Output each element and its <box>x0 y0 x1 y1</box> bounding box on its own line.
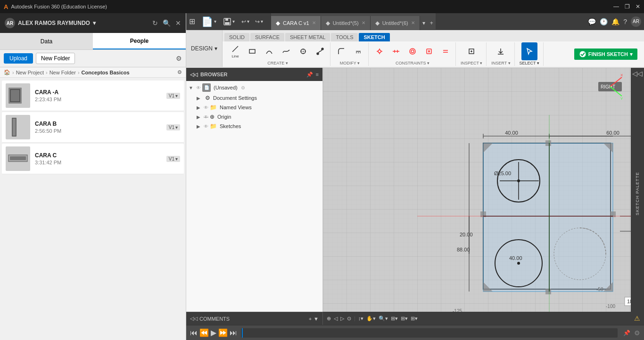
comments-expand-icon[interactable]: ▼ <box>314 316 319 322</box>
file-menu-button[interactable]: 📄▾ <box>199 15 219 29</box>
save-button[interactable]: ▾ <box>221 16 237 27</box>
zoom-icon[interactable]: 🔍▾ <box>379 316 388 322</box>
user-avatar-small[interactable]: AR <box>631 16 641 27</box>
file-item-cara-b[interactable]: CARA B 2:56:50 PM V1▾ <box>2 112 184 143</box>
history-icon[interactable]: 🕐 <box>600 18 608 25</box>
offset-tool[interactable] <box>350 42 366 60</box>
tree-origin[interactable]: ▶ 👁 ⊕ Origin <box>186 112 322 121</box>
breadcrumb-project[interactable]: New Project <box>16 70 44 75</box>
comments-collapse-icon[interactable]: ◁◁ <box>190 316 198 322</box>
settings-icon[interactable]: ⚙ <box>176 55 182 62</box>
trim-tool[interactable] <box>312 42 328 60</box>
tab-surface[interactable]: SURFACE <box>250 33 284 41</box>
nav-camera-icon[interactable]: ⊙ <box>347 316 351 322</box>
zoom-fit-icon[interactable]: ⊞▾ <box>391 316 398 322</box>
playback-last-icon[interactable]: ⏭ <box>230 329 237 337</box>
help-icon[interactable]: ? <box>623 18 627 25</box>
pan-icon[interactable]: ✋▾ <box>366 316 376 322</box>
concentric-tool[interactable] <box>405 42 421 60</box>
eye-sketches[interactable]: 👁 <box>204 124 208 129</box>
collapse-palette-icon[interactable]: ◁◁ <box>632 70 643 77</box>
playback-first-icon[interactable]: ⏮ <box>190 329 198 337</box>
comment-icon[interactable]: 💬 <box>588 18 596 25</box>
collinear-tool[interactable] <box>388 42 404 60</box>
data-people-tabs[interactable]: Data People <box>0 33 186 50</box>
project-tool[interactable] <box>295 42 311 60</box>
select-tool[interactable] <box>521 42 537 60</box>
canvas-area[interactable]: 40.00 60.00 50 33.00 30. <box>323 68 644 312</box>
inspect-tool[interactable] <box>463 42 479 60</box>
minimize-button[interactable]: — <box>613 3 619 10</box>
new-folder-button[interactable]: New Folder <box>36 53 75 64</box>
file-item-cara-c[interactable]: CARA C 3:31:42 PM V1▾ <box>2 144 184 174</box>
tab-cara-c-v1[interactable]: ◆ CARA C v1 ✕ <box>271 16 321 30</box>
equal-tool[interactable] <box>438 42 454 60</box>
tab-untitled-5[interactable]: ◆ Untitled*(5) ✕ <box>321 16 371 30</box>
tab-tools[interactable]: TOOLS <box>331 33 358 41</box>
axis-widget[interactable]: RIGHT X Y <box>596 73 624 101</box>
move-icon[interactable]: ↕▾ <box>358 316 364 322</box>
chevron-icon[interactable]: ▾ <box>93 20 96 26</box>
tab-close-untitled5[interactable]: ✕ <box>362 20 365 25</box>
more-tabs-button[interactable]: ▾ <box>420 16 428 30</box>
titlebar-controls[interactable]: — ❐ ✕ <box>613 3 640 10</box>
eye-unsaved[interactable]: 👁 <box>196 85 201 90</box>
browser-collapse-icon[interactable]: ≡ <box>316 72 319 77</box>
breadcrumb-folder[interactable]: New Folder <box>50 70 76 75</box>
breadcrumb-home[interactable]: 🏠 <box>4 69 10 75</box>
playback-marker-icon[interactable]: 📌 <box>623 330 630 336</box>
tree-sketches[interactable]: ▶ 👁 📁 Sketches <box>186 121 322 131</box>
redo-button[interactable]: ↪▾ <box>253 17 265 26</box>
playback-prev-icon[interactable]: ⏪ <box>199 328 209 337</box>
nav-back-icon[interactable]: ◁ <box>334 316 338 322</box>
coincident-tool[interactable] <box>372 42 388 60</box>
apps-grid-icon[interactable]: ⊞ <box>189 17 195 26</box>
tree-named-views[interactable]: ▶ 👁 📁 Named Views <box>186 103 322 112</box>
tab-people[interactable]: People <box>93 33 186 49</box>
rect-tool[interactable] <box>244 42 260 60</box>
playback-controls[interactable]: ⏮ ⏪ ▶ ⏩ ⏭ <box>190 328 237 337</box>
tree-document-settings[interactable]: ▶ ⚙ Document Settings <box>186 93 322 103</box>
nav-fit-icon[interactable]: ⊕ <box>327 316 331 322</box>
line-tool[interactable]: Line <box>227 42 243 60</box>
undo-button[interactable]: ↩▾ <box>239 17 252 26</box>
close-button[interactable]: ✕ <box>636 3 640 10</box>
browser-collapse-left[interactable]: ◁◁ <box>190 72 198 78</box>
insert-tool[interactable] <box>493 42 509 60</box>
finish-sketch-button[interactable]: FINISH SKETCH ▾ <box>574 49 637 60</box>
breadcrumb-settings-icon[interactable]: ⚙ <box>177 69 182 75</box>
browser-pin-icon[interactable]: 📌 <box>306 72 313 78</box>
upload-button[interactable]: Upload <box>4 53 33 64</box>
playback-next-icon[interactable]: ⏩ <box>218 328 228 337</box>
nav-fwd-icon[interactable]: ▷ <box>340 316 344 322</box>
comments-add-icon[interactable]: + <box>309 316 312 322</box>
eye-named-views[interactable]: 👁 <box>204 105 208 110</box>
maximize-button[interactable]: ❐ <box>625 3 630 10</box>
tab-sheet-metal[interactable]: SHEET METAL <box>285 33 330 41</box>
tab-close-cara-c[interactable]: ✕ <box>312 20 316 25</box>
timeline-settings-icon[interactable]: ⚙ <box>634 329 640 337</box>
fix-tool[interactable] <box>421 42 437 60</box>
notifications-icon[interactable]: 🔔 <box>611 18 619 25</box>
refresh-icon[interactable]: ↻ <box>152 19 158 27</box>
file-item-cara-a[interactable]: CARA -A 2:23:43 PM V1▾ <box>2 81 184 111</box>
unsaved-settings-icon[interactable]: ⚙ <box>241 85 245 90</box>
fillet-tool[interactable] <box>333 42 349 60</box>
user-bar-right[interactable]: ↻ 🔍 ✕ <box>152 19 181 27</box>
tab-close-untitled6[interactable]: ✕ <box>411 20 415 25</box>
tab-data[interactable]: Data <box>0 33 93 49</box>
playback-play-icon[interactable]: ▶ <box>211 328 216 337</box>
close-panel-icon[interactable]: ✕ <box>175 19 181 27</box>
tab-solid[interactable]: SOLID <box>224 33 249 41</box>
tab-sketch[interactable]: SKETCH <box>359 33 389 41</box>
spline-tool[interactable] <box>278 42 294 60</box>
search-icon[interactable]: 🔍 <box>163 19 171 27</box>
display-icon[interactable]: ⊞▾ <box>401 316 408 322</box>
tab-untitled-6[interactable]: ◆ Untitled*(6) ✕ <box>371 16 420 30</box>
design-button[interactable]: DESIGN ▾ <box>186 30 223 67</box>
tree-unsaved[interactable]: ▼ 👁 📄 (Unsaved) ⚙ <box>186 82 322 93</box>
arc-tool[interactable] <box>261 42 277 60</box>
timeline[interactable] <box>241 328 618 338</box>
new-tab-button[interactable]: + <box>428 16 436 30</box>
eye-origin[interactable]: 👁 <box>204 114 208 120</box>
